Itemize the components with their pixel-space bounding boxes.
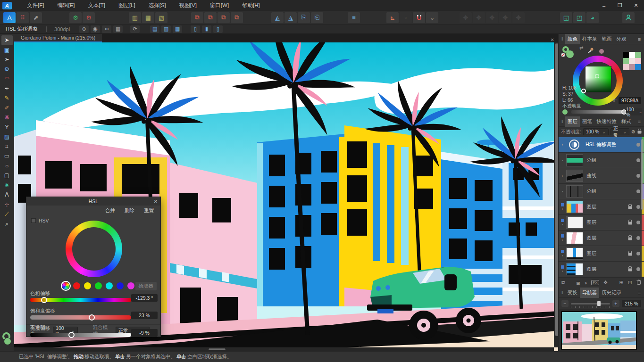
node-tool[interactable]: ➢ bbox=[1, 55, 13, 65]
align-middle-icon[interactable]: ▮ bbox=[202, 25, 211, 33]
brush-tool[interactable]: ✐ bbox=[1, 103, 13, 113]
menu-编辑[E][interactable]: 编辑[E] bbox=[50, 0, 81, 11]
zoom-in-button[interactable]: + bbox=[612, 300, 619, 307]
zoom-tool[interactable]: ⌕ bbox=[1, 219, 13, 229]
menu-视图[V][interactable]: 视图[V] bbox=[173, 0, 203, 11]
layers-tab-1[interactable]: 画笔 bbox=[580, 116, 594, 127]
layer-visibility-icon[interactable] bbox=[636, 143, 640, 147]
color-panel-handle[interactable]: ‖ bbox=[559, 37, 565, 41]
navigator-panel-menu-icon[interactable]: ≡ bbox=[635, 290, 644, 296]
boolean-add-icon[interactable]: ⧉ bbox=[191, 12, 203, 23]
layer-row-3[interactable]: ›分组 bbox=[559, 184, 644, 199]
color-tab-3[interactable]: 外观 bbox=[614, 34, 628, 44]
rotate-cw-icon[interactable]: ⎗ bbox=[311, 12, 323, 23]
layer-visibility-icon[interactable] bbox=[636, 174, 640, 178]
geometry-merge-icon[interactable]: ◰ bbox=[573, 12, 585, 23]
hsl-close-icon[interactable]: ✕ bbox=[151, 198, 160, 204]
hsl-color-wheel[interactable] bbox=[66, 221, 122, 277]
ellipse-tool[interactable]: ○ bbox=[1, 161, 13, 171]
layers-lock-icon[interactable] bbox=[637, 129, 642, 135]
layer-row-1[interactable]: ›分组 bbox=[559, 153, 644, 168]
expand-chevron-icon[interactable]: › bbox=[562, 158, 563, 163]
hsl-swatch-3[interactable] bbox=[95, 282, 102, 289]
boolean-intersect-icon[interactable]: ⧉ bbox=[217, 12, 230, 23]
layer-visibility-icon[interactable] bbox=[636, 267, 640, 271]
hsl-dialog-header[interactable]: HSL ✕ bbox=[26, 197, 160, 206]
designer-persona-icon[interactable]: A bbox=[3, 12, 16, 23]
show-grid-icon[interactable]: ▦ bbox=[113, 25, 123, 33]
menu-帮助[H][interactable]: 帮助[H] bbox=[235, 0, 267, 11]
export-persona-icon[interactable]: ⬈ bbox=[30, 12, 42, 23]
flip-horizontal-icon[interactable]: ◭ bbox=[271, 12, 284, 23]
point-transform-tool[interactable]: ⚙ bbox=[1, 65, 13, 74]
snapping-magnet-icon[interactable] bbox=[413, 12, 425, 23]
vector-brush-tool[interactable]: ❋ bbox=[1, 113, 13, 123]
layers-opacity-dropdown[interactable]: 100 %⌄ bbox=[583, 128, 609, 135]
live-filter-icon[interactable]: ❖ bbox=[603, 280, 608, 286]
navigator-tab-0[interactable]: 变换 bbox=[565, 288, 580, 298]
fx-icon[interactable]: FX bbox=[591, 280, 599, 285]
preview-selection-icon[interactable]: ◉ bbox=[91, 25, 100, 33]
expand-chevron-icon[interactable]: › bbox=[562, 222, 563, 227]
alignment-icon[interactable]: ≡ bbox=[348, 12, 360, 23]
layer-visibility-icon[interactable] bbox=[636, 158, 640, 162]
layer-lock-icon[interactable] bbox=[628, 218, 635, 227]
hsl-reset-button[interactable]: 重置 bbox=[144, 207, 154, 214]
align-right-icon[interactable]: ▦ bbox=[173, 25, 182, 33]
picker-button[interactable]: 拾取器 bbox=[135, 282, 157, 290]
flip-vertical-icon[interactable]: ◮ bbox=[284, 12, 297, 23]
layers-panel-handle[interactable]: ‖ bbox=[559, 119, 565, 124]
grid-swatch-6[interactable] bbox=[623, 64, 629, 70]
boolean-subtract-icon[interactable]: ⧉ bbox=[204, 12, 217, 23]
new-layer-icon[interactable]: ⊞ bbox=[619, 280, 624, 286]
navigator-tab-2[interactable]: 历史记录 bbox=[599, 288, 624, 298]
color-tab-1[interactable]: 样本条 bbox=[580, 34, 600, 44]
hsv-checkbox[interactable] bbox=[31, 218, 36, 223]
rectangle-tool[interactable]: ▭ bbox=[1, 151, 13, 161]
insert-on-top-icon[interactable]: ▧ bbox=[155, 12, 167, 23]
slider-value[interactable]: -129.3 ° bbox=[131, 294, 158, 302]
layer-row-4[interactable]: ›图层 bbox=[559, 199, 644, 215]
color-tab-2[interactable]: 笔画 bbox=[599, 34, 614, 44]
geometry-add-icon[interactable]: ◱ bbox=[560, 12, 572, 23]
grid-swatch-1[interactable] bbox=[629, 52, 635, 58]
eyedropper-icon[interactable] bbox=[587, 47, 594, 55]
layer-row-5[interactable]: ›图层 bbox=[559, 215, 644, 230]
layers-gear-icon[interactable]: ⚙ bbox=[631, 129, 636, 134]
hex-input[interactable]: 97C98A bbox=[619, 97, 641, 104]
rounded-rectangle-tool[interactable]: ▢ bbox=[1, 171, 13, 181]
star-tool[interactable]: ✸ bbox=[1, 181, 13, 190]
measure-tool[interactable]: ⟋ bbox=[1, 209, 13, 219]
transparency-tool[interactable]: ▨ bbox=[1, 132, 13, 142]
layer-lock-icon[interactable] bbox=[628, 249, 635, 258]
layers-scrollbar[interactable] bbox=[641, 139, 644, 210]
layer-lock-icon[interactable] bbox=[628, 265, 635, 273]
layer-visibility-icon[interactable] bbox=[636, 236, 640, 240]
slider-value[interactable]: -9 % bbox=[131, 329, 158, 337]
vector-settings-icon[interactable]: ⚙ bbox=[69, 12, 82, 23]
grid-swatch-7[interactable] bbox=[629, 64, 635, 70]
layer-row-2[interactable]: ›曲线 bbox=[559, 168, 644, 184]
insert-inside-icon[interactable]: ▦ bbox=[142, 12, 154, 23]
slider-thumb[interactable] bbox=[41, 297, 47, 303]
layers-panel-menu-icon[interactable]: ≡ bbox=[635, 119, 644, 124]
grid-swatch-2[interactable] bbox=[635, 52, 641, 58]
restore-icon[interactable]: ❐ bbox=[612, 0, 628, 11]
hsl-swatch-6[interactable] bbox=[127, 282, 134, 289]
zoom-value[interactable]: 215 % bbox=[622, 300, 641, 307]
layer-lock-icon[interactable] bbox=[628, 203, 635, 211]
hsl-merge-button[interactable]: 合并 bbox=[105, 207, 115, 214]
hsl-swatch-1[interactable] bbox=[73, 282, 80, 289]
pixel-persona-icon[interactable]: ⠿ bbox=[17, 12, 29, 23]
corner-tool[interactable]: ◠ bbox=[1, 74, 13, 84]
expand-chevron-icon[interactable]: › bbox=[562, 254, 563, 258]
color-picker-tool[interactable]: ⊹ bbox=[1, 200, 13, 210]
grid-swatch-4[interactable] bbox=[629, 58, 635, 64]
horizontal-scrollbar[interactable] bbox=[14, 347, 554, 351]
layer-visibility-icon[interactable] bbox=[636, 189, 640, 193]
account-icon[interactable] bbox=[622, 12, 635, 23]
adjustment-icon[interactable]: ◑ bbox=[584, 280, 587, 286]
layer-row-7[interactable]: ›图层 bbox=[559, 246, 644, 262]
rotate-ccw-icon[interactable]: ⎘ bbox=[298, 12, 310, 23]
menu-文本[T][interactable]: 文本[T] bbox=[81, 0, 111, 11]
